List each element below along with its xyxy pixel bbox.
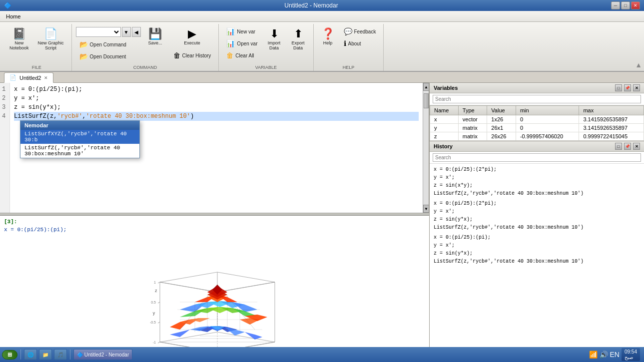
clear-history-icon: 🗑: [173, 51, 180, 59]
new-var-icon: 📊: [226, 27, 235, 35]
command-select[interactable]: [76, 27, 121, 37]
save-icon: 💾: [148, 28, 162, 39]
plot-container: x y z -1 -0.5 0.5 1: [0, 232, 429, 362]
var-min-y: 0: [516, 124, 579, 132]
list-item[interactable]: z = sin(y*x);: [434, 250, 640, 258]
variables-table-body: x vector 1x26 0 3.1415926535897 y matrix…: [430, 115, 644, 141]
close-button[interactable]: ✕: [631, 1, 640, 9]
open-document-icon: 📂: [79, 52, 88, 60]
variables-panel-title: Variables: [434, 85, 458, 91]
ribbon-collapse-button[interactable]: ▲: [635, 61, 642, 69]
list-item[interactable]: z = sin(x*y);: [434, 182, 640, 190]
autocomplete-item-0[interactable]: ListSurfXYZ(,'rycb#','rotate 40 30:b: [20, 130, 139, 144]
export-data-button[interactable]: ⬆ ExportData: [287, 26, 309, 53]
file-group-label: FILE: [32, 64, 41, 70]
taskbar-ie-button[interactable]: 🌐: [24, 349, 37, 360]
feedback-button[interactable]: 💬 Feedback: [340, 26, 380, 37]
variables-restore-button[interactable]: □: [615, 84, 622, 91]
svg-text:y: y: [152, 311, 155, 316]
combo-dropdown-button[interactable]: ▼: [122, 27, 131, 37]
list-item[interactable]: y = x';: [434, 242, 640, 250]
table-row[interactable]: x vector 1x26 0 3.1415926535897: [430, 115, 644, 124]
list-item[interactable]: x = 0:(pi/25):(2*pi);: [434, 166, 640, 174]
execute-button[interactable]: ▶ Execute: [179, 26, 204, 48]
code-line-1: x = 0:(pi/25):(pi);: [14, 85, 419, 94]
var-value-z: 26x26: [487, 132, 516, 141]
ribbon-group-command: ▼ ◀ 📂 Open Command 📂 Open Document 💾 Sav…: [72, 24, 219, 71]
help-button[interactable]: ❓ Help: [318, 26, 338, 48]
new-var-button[interactable]: 📊 New var: [223, 26, 261, 37]
editor-vscroll[interactable]: ▲ ▼: [423, 83, 429, 213]
list-item[interactable]: y = x';: [434, 208, 640, 216]
open-document-button[interactable]: 📂 Open Document: [76, 51, 141, 62]
menu-home[interactable]: Home: [2, 12, 24, 20]
editor-section: 1 2 3 4 x = 0:(pi/25):(pi); y = x'; z = …: [0, 83, 429, 213]
import-data-button[interactable]: ⬇ ImportData: [263, 26, 285, 53]
history-panel-header: History □ 📌 ✕: [430, 141, 644, 152]
window-title: Untitled2 - Nemodar: [11, 2, 611, 9]
new-notebook-button[interactable]: 📓 NewNotebook: [6, 26, 32, 53]
autocomplete-item-1[interactable]: ListSurfZ(,'rycb#','rotate 40 30:box:mes…: [20, 144, 139, 158]
command-combo: ▼ ◀: [76, 27, 141, 37]
tab-untitled2[interactable]: 📄 Untitled2 ✕: [4, 72, 53, 83]
autocomplete-header: Nemodar: [20, 121, 139, 130]
var-max-y: 3.1415926535897: [579, 124, 644, 132]
clear-history-button[interactable]: 🗑 Clear History: [170, 50, 215, 61]
help-group-content: ❓ Help 💬 Feedback ℹ About: [318, 26, 380, 64]
var-value-y: 26x1: [487, 124, 516, 132]
var-name-x: x: [430, 115, 459, 124]
language-indicator: EN: [610, 351, 620, 359]
file-group-content: 📓 NewNotebook 📄 New GraphicScript: [6, 26, 67, 64]
tab-close-button[interactable]: ✕: [44, 75, 48, 80]
list-item[interactable]: ListSurfZ(z,'rycb#','rotate 40 30:box:me…: [434, 224, 640, 232]
variable-group-label: VARIABLE: [255, 64, 277, 70]
menubar: Home: [0, 11, 644, 22]
taskbar-explorer-button[interactable]: 📁: [39, 349, 52, 360]
start-button[interactable]: ⊞: [2, 350, 17, 360]
table-row[interactable]: y matrix 26x1 0 3.1415926535897: [430, 124, 644, 132]
variables-close-button[interactable]: ✕: [633, 84, 640, 91]
var-min-z: -0.999957406020: [516, 132, 579, 141]
variables-pin-button[interactable]: 📌: [624, 84, 631, 91]
list-item[interactable]: y = x';: [434, 174, 640, 182]
clear-all-icon: 🗑: [226, 51, 233, 59]
about-button[interactable]: ℹ About: [340, 38, 380, 49]
history-restore-button[interactable]: □: [615, 143, 622, 150]
new-graphic-script-button[interactable]: 📄 New GraphicScript: [34, 26, 67, 53]
editor-pane: 1 2 3 4 x = 0:(pi/25):(pi); y = x'; z = …: [0, 83, 429, 213]
history-search-input[interactable]: [433, 153, 641, 162]
editor-plot-container: 1 2 3 4 x = 0:(pi/25):(pi); y = x'; z = …: [0, 83, 429, 362]
list-item[interactable]: ListSurfZ(z,'rycb#','rotate 40 30:box:me…: [434, 190, 640, 198]
line-numbers: 1 2 3 4: [0, 83, 10, 213]
window-controls: ─ □ ✕: [611, 1, 640, 9]
code-line-3: z = sin(y*x);: [14, 103, 419, 112]
list-item[interactable]: z = sin(y*x);: [434, 216, 640, 224]
plot-section: [3]: x = 0:(pi/25):(pi); y = x'; z = sin…: [0, 215, 429, 362]
variables-search: [430, 93, 644, 105]
history-pin-button[interactable]: 📌: [624, 143, 631, 150]
maximize-button[interactable]: □: [621, 1, 630, 9]
list-item[interactable]: x = 0:(pi/25):(2*pi);: [434, 200, 640, 208]
table-row[interactable]: z matrix 26x26 -0.999957406020 0.9999722…: [430, 132, 644, 141]
variables-panel-header: Variables □ 📌 ✕: [430, 83, 644, 93]
save-button[interactable]: 💾 Save...: [143, 26, 168, 48]
open-command-icon: 📂: [79, 40, 88, 48]
ribbon-group-variable: 📊 New var 📊 Open var 🗑 Clear All ⬇ Impor…: [219, 24, 313, 71]
open-var-button[interactable]: 📊 Open var: [223, 38, 261, 49]
variables-search-input[interactable]: [433, 95, 641, 103]
var-value-x: 1x26: [487, 115, 516, 124]
history-panel-title: History: [434, 143, 453, 149]
editor-vscroll-thumb[interactable]: [424, 93, 429, 108]
taskbar-app-button[interactable]: 🔷 Untitled2 - Nemodar: [73, 349, 132, 360]
clear-all-button[interactable]: 🗑 Clear All: [223, 50, 261, 61]
list-item[interactable]: ListSurfZ(z,'rycb#','rotate 40 30:box:me…: [434, 258, 640, 266]
system-clock: 09:54 صبح: [622, 348, 640, 361]
list-item[interactable]: x = 0:(pi/25):(pi);: [434, 234, 640, 242]
open-command-button[interactable]: 📂 Open Command: [76, 39, 141, 50]
taskbar-winamp-button[interactable]: 🎵: [54, 349, 67, 360]
minimize-button[interactable]: ─: [611, 1, 620, 9]
vars-col-max: max: [579, 106, 644, 115]
combo-execute-button[interactable]: ◀: [132, 27, 141, 37]
clock-time: 09:54: [625, 349, 637, 355]
history-close-button[interactable]: ✕: [633, 143, 640, 150]
